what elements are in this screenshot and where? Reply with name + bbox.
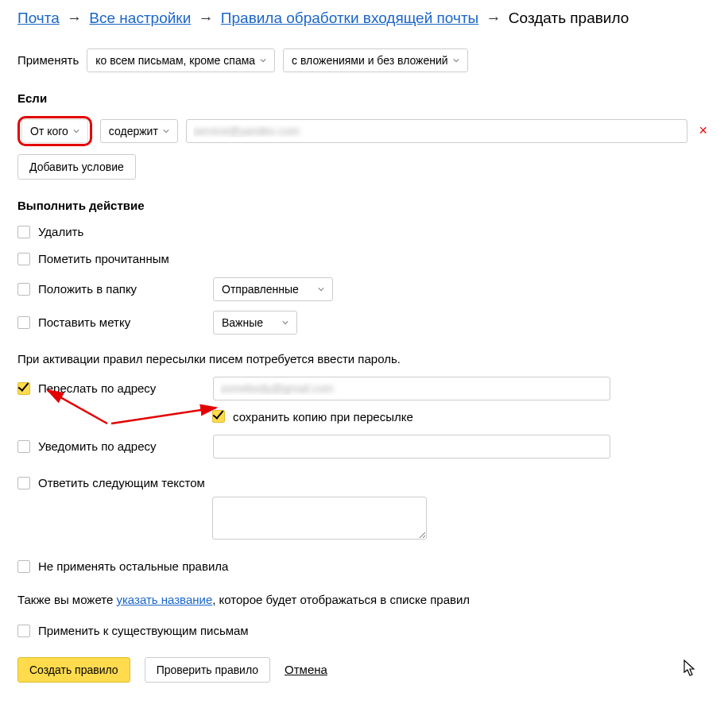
forward-hint: При активации правил пересылки писем пот… <box>17 352 711 366</box>
forward-to-checkbox[interactable] <box>17 382 30 395</box>
mark-read-checkbox[interactable] <box>17 253 30 265</box>
apply-row: Применять ко всем письмам, кроме спама с… <box>17 48 711 72</box>
chevron-down-icon <box>73 128 79 134</box>
breadcrumb-mail[interactable]: Почта <box>17 10 60 26</box>
name-hint: Также вы можете указать название, которо… <box>17 593 711 606</box>
condition-op-value: содержит <box>109 125 158 137</box>
apply-existing-label: Применить к существующим письмам <box>38 624 249 637</box>
notify-to-input[interactable] <box>213 435 610 458</box>
forward-to-input[interactable] <box>213 377 610 400</box>
apply-attach-value: с вложениями и без вложений <box>292 54 448 67</box>
apply-existing-checkbox[interactable] <box>17 625 30 637</box>
chevron-down-icon <box>260 57 266 64</box>
chevron-down-icon <box>282 319 288 326</box>
set-label-label: Поставить метку <box>38 315 205 329</box>
label-select[interactable]: Важные <box>213 311 297 335</box>
svg-line-1 <box>111 408 216 424</box>
remove-condition-icon[interactable]: × <box>695 122 711 139</box>
if-title: Если <box>17 91 711 105</box>
breadcrumb-rules[interactable]: Правила обработки входящей почты <box>221 10 478 26</box>
breadcrumb-settings[interactable]: Все настройки <box>89 10 191 26</box>
name-hint-post: , которое будет отображаться в списке пр… <box>212 593 470 606</box>
notify-to-label: Уведомить по адресу <box>38 439 205 453</box>
keep-copy-checkbox[interactable] <box>212 410 225 423</box>
name-hint-pre: Также вы можете <box>17 593 116 606</box>
breadcrumb: Почта → Все настройки → Правила обработк… <box>17 8 711 29</box>
folder-select[interactable]: Отправленные <box>213 277 333 301</box>
set-label-checkbox[interactable] <box>17 316 30 329</box>
delete-label: Удалить <box>38 225 83 238</box>
check-rule-button[interactable]: Проверить правило <box>145 657 270 683</box>
reply-text-textarea[interactable] <box>212 497 427 540</box>
do-title: Выполнить действие <box>17 199 711 212</box>
chevron-down-icon <box>453 57 459 64</box>
highlight-annotation: От кого <box>17 116 92 146</box>
mark-read-label: Пометить прочитанным <box>38 252 169 265</box>
condition-row: От кого содержит × <box>17 116 711 146</box>
apply-scope-select[interactable]: ко всем письмам, кроме спама <box>87 48 275 72</box>
apply-scope-value: ко всем письмам, кроме спама <box>95 54 255 67</box>
delete-checkbox[interactable] <box>17 226 30 238</box>
condition-op-select[interactable]: содержит <box>100 119 178 143</box>
chevron-down-icon <box>163 128 169 134</box>
notify-to-checkbox[interactable] <box>17 440 30 453</box>
put-folder-checkbox[interactable] <box>17 283 30 296</box>
add-condition-button[interactable]: Добавить условие <box>17 154 136 180</box>
reply-text-checkbox[interactable] <box>17 477 30 489</box>
apply-attach-select[interactable]: с вложениями и без вложений <box>283 48 468 72</box>
keep-copy-label: сохранить копию при пересылке <box>233 410 413 424</box>
name-hint-link[interactable]: указать название <box>116 593 212 606</box>
create-rule-button[interactable]: Создать правило <box>17 657 130 683</box>
reply-text-label: Ответить следующим текстом <box>38 476 205 489</box>
skip-rest-checkbox[interactable] <box>17 560 30 573</box>
condition-value-input[interactable] <box>186 119 688 143</box>
add-condition-row: Добавить условие <box>17 154 711 180</box>
arrow-icon: → <box>67 10 82 26</box>
skip-rest-label: Не применять остальные правила <box>38 559 228 573</box>
arrow-icon: → <box>486 10 501 26</box>
put-folder-label: Положить в папку <box>38 282 205 296</box>
label-value: Важные <box>222 316 263 329</box>
cancel-link[interactable]: Отмена <box>285 663 327 676</box>
apply-label: Применять <box>17 53 79 67</box>
forward-to-label: Переслать по адресу <box>38 381 205 395</box>
condition-field-value: От кого <box>30 125 68 137</box>
condition-field-select[interactable]: От кого <box>21 119 88 143</box>
chevron-down-icon <box>318 286 324 292</box>
folder-value: Отправленные <box>222 283 299 296</box>
arrow-icon: → <box>199 10 214 26</box>
breadcrumb-current: Создать правило <box>509 10 629 26</box>
